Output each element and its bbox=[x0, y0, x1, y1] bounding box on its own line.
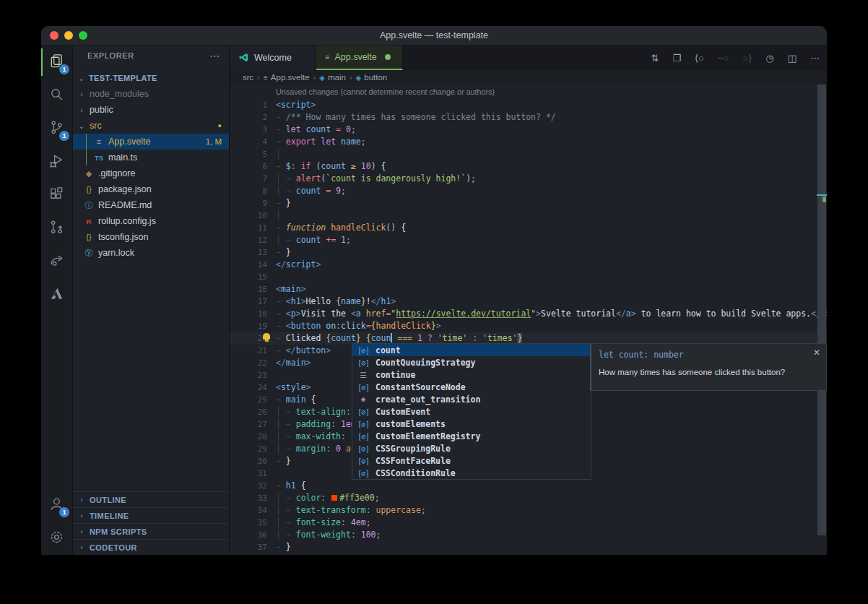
file-item--gitignore[interactable]: ◆.gitignore bbox=[73, 165, 229, 181]
quick-fix-lightbulb-icon[interactable] bbox=[263, 333, 270, 340]
file-item-rollup-config-js[interactable]: Rrollup.config.js bbox=[73, 213, 229, 229]
code-line[interactable]: 11→ function handleClick() { bbox=[230, 222, 827, 234]
code-line-content: → $: if (count ≥ 10) { bbox=[276, 160, 386, 173]
code-line[interactable]: 33│ → color: #ff3e00; bbox=[230, 492, 827, 504]
code-line[interactable]: 16<main> bbox=[230, 283, 827, 295]
azure-icon[interactable] bbox=[41, 278, 72, 311]
project-root-row[interactable]: ⌄ TEST-TEMPLATE bbox=[73, 70, 229, 86]
search-icon[interactable] bbox=[41, 79, 72, 112]
breadcrumb-item-app-svelte[interactable]: ≡App.svelte bbox=[264, 73, 310, 82]
sidebar-section-timeline[interactable]: ›TIMELINE bbox=[73, 507, 229, 523]
split-editor-icon[interactable]: ◫ bbox=[788, 53, 797, 64]
code-token: font-weight bbox=[296, 530, 351, 540]
code-line[interactable]: 3→ let count = 0; bbox=[230, 124, 827, 136]
breadcrumb-item-main[interactable]: ◈main bbox=[319, 73, 346, 82]
breadcrumb-item-button[interactable]: ◈button bbox=[356, 73, 388, 82]
code-line[interactable]: 32→ h1 { bbox=[230, 480, 827, 492]
file-item-readme-md[interactable]: ⓘREADME.md bbox=[73, 197, 229, 213]
overview-ruler-change-mark bbox=[823, 197, 826, 202]
code-line-content: <style> bbox=[276, 381, 311, 394]
run-tour-icon[interactable]: ◷ bbox=[765, 53, 773, 64]
code-line[interactable]: 37→ } bbox=[230, 541, 827, 553]
navigate-back-icon[interactable]: ⟨○ bbox=[695, 53, 704, 64]
code-token: 10 bbox=[361, 161, 371, 171]
code-token: margin bbox=[296, 444, 326, 454]
previous-change-icon[interactable]: −○ bbox=[718, 53, 729, 64]
open-preview-icon[interactable]: ❐ bbox=[672, 53, 681, 64]
extensions-icon[interactable] bbox=[41, 178, 72, 212]
github-pr-icon[interactable] bbox=[41, 212, 72, 245]
code-line[interactable]: 14</script> bbox=[230, 259, 827, 271]
settings-gear-icon[interactable] bbox=[41, 522, 72, 555]
sidebar-title: EXPLORER bbox=[87, 51, 134, 60]
code-line[interactable]: 18→ <p>Visit the <a href="https://svelte… bbox=[230, 308, 827, 320]
code-line[interactable]: 17→ <h1>Hello {name}!</h1> bbox=[230, 295, 827, 308]
code-line[interactable]: 35│ → font-size: 4em; bbox=[230, 517, 827, 529]
dirty-dot-icon bbox=[385, 54, 391, 60]
code-line[interactable]: 34│ → text-transform: uppercase; bbox=[230, 504, 827, 517]
code-line[interactable]: 12│ → count += 1; bbox=[230, 234, 827, 246]
open-changes-icon[interactable]: ⇅ bbox=[651, 53, 659, 64]
badge: 1 bbox=[59, 507, 69, 517]
suggestion-cssconditionrule[interactable]: [⊘]CSSConditionRule bbox=[352, 467, 591, 479]
suggestion-cssfontfacerule[interactable]: [⊘]CSSFontFaceRule bbox=[352, 454, 591, 467]
suggestion-customelements[interactable]: [⊘]customElements bbox=[352, 418, 591, 430]
code-token: → bbox=[276, 333, 286, 343]
file-item-app-svelte[interactable]: ≡App.svelte1, M bbox=[73, 134, 229, 150]
code-line[interactable]: 6→ $: if (count ≥ 10) { bbox=[230, 160, 827, 173]
file-item-src[interactable]: ⌄src● bbox=[73, 118, 229, 134]
titlebar[interactable]: App.svelte — test-template bbox=[41, 26, 827, 46]
code-line[interactable]: 15 bbox=[230, 271, 827, 283]
tab-welcome[interactable]: Welcome bbox=[230, 46, 316, 70]
code-line[interactable]: 7│ → alert(`count is dangerously high!`)… bbox=[230, 173, 827, 185]
code-line[interactable]: 36│ → font-weight: 100; bbox=[230, 529, 827, 541]
code-line[interactable]: 9→ } bbox=[230, 197, 827, 210]
scrollbar-thumb[interactable] bbox=[817, 85, 826, 535]
file-item-package-json[interactable]: {}package.json bbox=[73, 181, 229, 197]
suggestion-create_out_transition[interactable]: ◈create_out_transition bbox=[352, 393, 591, 405]
editor-scrollbar[interactable] bbox=[817, 85, 827, 555]
chevron-right-icon: › bbox=[257, 73, 260, 82]
file-item-yarn-lock[interactable]: ⓨyarn.lock bbox=[73, 245, 229, 261]
tab-app-svelte[interactable]: ≡App.svelte bbox=[316, 46, 403, 70]
code-token: │ → bbox=[276, 517, 296, 527]
suggestion-count[interactable]: [⊘]count bbox=[352, 344, 591, 356]
code-line[interactable]: 5│ bbox=[230, 148, 827, 160]
views-more-icon[interactable]: ⋯ bbox=[209, 50, 220, 61]
code-token: { bbox=[371, 321, 376, 331]
sidebar-section-outline[interactable]: ›OUTLINE bbox=[73, 491, 229, 507]
code-editor[interactable]: Unsaved changes (cannot determine recent… bbox=[230, 85, 827, 555]
code-line[interactable]: 19→ <button on:click={handleClick}> bbox=[230, 320, 827, 332]
file-item-public[interactable]: ›public bbox=[73, 102, 229, 118]
code-line[interactable]: 4→ export let name; bbox=[230, 136, 827, 148]
next-change-icon[interactable]: ○⟩ bbox=[742, 53, 752, 64]
close-icon[interactable]: ✕ bbox=[813, 348, 820, 358]
code-line[interactable]: 10│ bbox=[230, 210, 827, 222]
source-control-icon[interactable]: 1 bbox=[41, 112, 72, 145]
more-actions-icon[interactable]: ⋯ bbox=[810, 53, 820, 64]
liveshare-icon[interactable] bbox=[41, 245, 72, 278]
suggestion-cssgroupingrule[interactable]: [⊘]CSSGroupingRule bbox=[352, 442, 591, 454]
breadcrumb-item-src[interactable]: src bbox=[243, 73, 253, 82]
files-icon[interactable]: 1 bbox=[41, 46, 72, 79]
suggestion-constantsourcenode[interactable]: [⊘]ConstantSourceNode bbox=[352, 381, 591, 393]
suggestion-continue[interactable]: ☰continue bbox=[352, 368, 591, 381]
sidebar-section-npm-scripts[interactable]: ›NPM SCRIPTS bbox=[73, 523, 229, 539]
vscode-logo bbox=[238, 52, 249, 64]
suggestion-customelementregistry[interactable]: [⊘]CustomElementRegistry bbox=[352, 430, 591, 442]
suggestion-customevent[interactable]: [⊘]CustomEvent bbox=[352, 405, 591, 418]
account-icon[interactable]: 1 bbox=[41, 488, 72, 522]
code-line[interactable]: 2→ /** How many times has someone clicke… bbox=[230, 111, 827, 124]
symbol-cube-icon: ◈ bbox=[319, 74, 325, 82]
file-item-tsconfig-json[interactable]: {}tsconfig.json bbox=[73, 229, 229, 245]
run-debug-icon[interactable] bbox=[41, 145, 72, 178]
settings-gear-icon bbox=[48, 529, 65, 548]
suggestion-countqueuingstrategy[interactable]: [⊘]CountQueuingStrategy bbox=[352, 356, 591, 368]
code-line[interactable]: 1<script> bbox=[230, 99, 827, 111]
code-line[interactable]: 8│ → count = 9; bbox=[230, 185, 827, 197]
file-item-main-ts[interactable]: TSmain.ts bbox=[73, 150, 229, 165]
desktop-background: App.svelte — test-template 11 1 EXPLORER… bbox=[0, 0, 868, 604]
code-line[interactable]: 13→ } bbox=[230, 246, 827, 259]
file-item-node-modules[interactable]: ›node_modules bbox=[73, 86, 229, 102]
sidebar-section-codetour[interactable]: ›CODETOUR bbox=[73, 539, 229, 555]
